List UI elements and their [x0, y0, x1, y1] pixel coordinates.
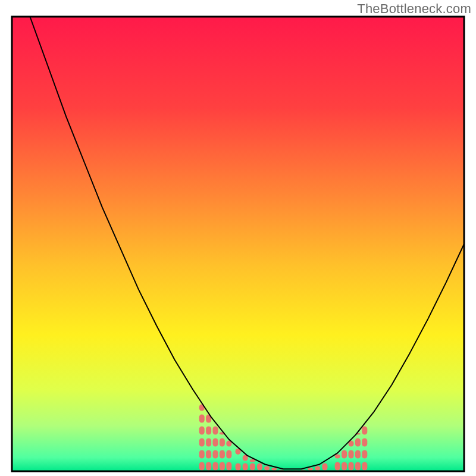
highlight-bar	[362, 462, 367, 470]
highlight-bar	[213, 426, 218, 434]
highlight-bar	[199, 426, 205, 434]
highlight-bar	[206, 462, 211, 470]
highlight-bar	[220, 450, 225, 458]
highlight-bar	[243, 463, 248, 470]
highlight-bar	[213, 438, 218, 446]
highlight-bar	[342, 462, 347, 470]
highlight-bar	[250, 463, 255, 470]
plot-background	[12, 17, 464, 471]
watermark-text: TheBottleneck.com	[357, 1, 471, 17]
highlight-bar	[199, 438, 205, 446]
highlight-bar	[236, 463, 241, 470]
highlight-bar	[362, 450, 367, 458]
highlight-bar	[213, 450, 218, 458]
highlight-bar	[206, 426, 211, 434]
highlight-bar	[308, 468, 313, 470]
highlight-bar	[349, 450, 354, 458]
highlight-bar	[264, 466, 270, 470]
highlight-bar	[213, 462, 218, 470]
highlight-bar	[342, 450, 347, 458]
highlight-bar	[271, 468, 277, 470]
highlight-bar	[300, 469, 306, 470]
highlight-bar	[322, 463, 327, 470]
highlight-bar	[199, 462, 205, 470]
highlight-bar	[206, 438, 211, 446]
chart-container: TheBottleneck.com	[0, 0, 476, 476]
highlight-bar	[220, 438, 225, 446]
highlight-bar	[349, 462, 354, 470]
highlight-bar	[199, 414, 205, 422]
highlight-bar	[278, 469, 284, 470]
bottleneck-chart	[0, 0, 476, 476]
highlight-bar	[220, 462, 225, 470]
highlight-bar	[257, 463, 262, 470]
highlight-bar	[226, 450, 231, 458]
highlight-bar	[362, 438, 367, 446]
highlight-bar	[315, 466, 320, 470]
highlight-bar	[355, 462, 361, 470]
highlight-bar	[226, 462, 231, 470]
highlight-bar	[206, 450, 211, 458]
highlight-bar	[355, 450, 361, 458]
highlight-bar	[362, 426, 367, 434]
highlight-bar	[335, 462, 340, 470]
highlight-bar	[199, 450, 205, 458]
highlight-bar	[355, 438, 361, 446]
